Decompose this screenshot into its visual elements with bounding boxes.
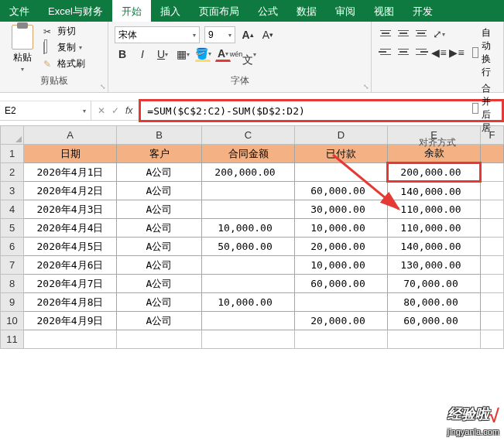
cell[interactable]: 60,000.00 xyxy=(295,275,388,293)
cell[interactable] xyxy=(481,219,504,238)
increase-indent-button[interactable]: ▶≡ xyxy=(449,45,465,60)
cut-button[interactable]: ✂ 剪切 xyxy=(43,25,85,38)
cell[interactable]: 50,000.00 xyxy=(202,238,295,256)
cell[interactable]: 30,000.00 xyxy=(295,200,388,219)
tab-excel-finance[interactable]: Excel与财务 xyxy=(39,0,112,22)
col-header-d[interactable]: D xyxy=(295,126,388,145)
decrease-indent-button[interactable]: ◀≡ xyxy=(431,45,447,60)
tab-review[interactable]: 审阅 xyxy=(326,0,365,22)
cell[interactable]: 2020年4月4日 xyxy=(24,219,117,238)
cell-e2-selected[interactable]: 200,000.00 xyxy=(388,163,481,182)
cell[interactable]: 140,000.00 xyxy=(388,182,481,200)
underline-button[interactable]: U▾ xyxy=(155,46,170,62)
cell[interactable]: A公司 xyxy=(117,256,202,275)
increase-font-button[interactable]: A▴ xyxy=(240,27,255,43)
copy-button[interactable]: 复制 ▾ xyxy=(43,41,85,54)
orientation-button[interactable]: ⤢▾ xyxy=(431,26,447,42)
font-color-button[interactable]: A▾ xyxy=(215,46,231,62)
cell[interactable] xyxy=(481,330,504,349)
cell[interactable] xyxy=(295,330,388,349)
merge-center-button[interactable]: 合并后居 xyxy=(472,80,497,136)
col-header-a[interactable]: A xyxy=(24,126,117,145)
cell[interactable]: 2020年4月5日 xyxy=(24,238,117,256)
border-button[interactable]: ▦▾ xyxy=(175,46,190,62)
cell[interactable]: 10,000.00 xyxy=(295,256,388,275)
row-header[interactable]: 4 xyxy=(1,200,24,219)
cell[interactable] xyxy=(481,256,504,275)
cell[interactable]: 80,000.00 xyxy=(388,293,481,312)
cell-header-date[interactable]: 日期 xyxy=(24,145,117,163)
fx-icon[interactable]: fx xyxy=(125,105,132,116)
cell[interactable] xyxy=(202,182,295,200)
cell[interactable]: 70,000.00 xyxy=(388,275,481,293)
cell[interactable]: A公司 xyxy=(117,200,202,219)
cell[interactable]: 110,000.00 xyxy=(388,200,481,219)
cell[interactable] xyxy=(117,330,202,349)
cell[interactable]: 140,000.00 xyxy=(388,238,481,256)
decrease-font-button[interactable]: A▾ xyxy=(260,27,276,43)
font-name-select[interactable]: 宋体▾ xyxy=(115,26,200,43)
align-left-button[interactable] xyxy=(378,45,393,59)
cell[interactable]: 110,000.00 xyxy=(388,219,481,238)
cell[interactable] xyxy=(295,293,388,312)
cell[interactable] xyxy=(202,200,295,219)
align-right-button[interactable] xyxy=(413,45,429,59)
row-header[interactable]: 5 xyxy=(1,219,24,238)
row-header[interactable]: 11 xyxy=(1,330,24,349)
cell[interactable]: 2020年4月9日 xyxy=(24,312,117,330)
tab-insert[interactable]: 插入 xyxy=(151,0,190,22)
tab-view[interactable]: 视图 xyxy=(365,0,403,22)
name-box[interactable]: E2▾ xyxy=(0,101,91,120)
cell[interactable]: 2020年4月3日 xyxy=(24,200,117,219)
cell[interactable]: 60,000.00 xyxy=(388,312,481,330)
dialog-launcher-icon[interactable]: ⤡ xyxy=(363,83,369,91)
row-header[interactable]: 8 xyxy=(1,275,24,293)
cell[interactable]: 20,000.00 xyxy=(295,238,388,256)
tab-formula[interactable]: 公式 xyxy=(249,0,287,22)
cell[interactable]: 20,000.00 xyxy=(295,312,388,330)
tab-data[interactable]: 数据 xyxy=(287,0,326,22)
wrap-text-button[interactable]: 自动换行 xyxy=(472,25,497,80)
cell[interactable] xyxy=(295,163,388,182)
cell[interactable] xyxy=(481,312,504,330)
cell[interactable]: A公司 xyxy=(117,312,202,330)
cell[interactable]: 2020年4月2日 xyxy=(24,182,117,200)
cell[interactable] xyxy=(481,163,504,182)
cell[interactable]: 200,000.00 xyxy=(202,163,295,182)
fill-color-button[interactable]: 🪣▾ xyxy=(195,46,211,62)
cell[interactable] xyxy=(24,330,117,349)
row-header[interactable]: 3 xyxy=(1,182,24,200)
tab-file[interactable]: 文件 xyxy=(0,0,39,22)
cell[interactable]: A公司 xyxy=(117,182,202,200)
cell[interactable]: A公司 xyxy=(117,293,202,312)
row-header[interactable]: 6 xyxy=(1,238,24,256)
font-size-select[interactable]: 9▾ xyxy=(204,26,235,43)
cell[interactable] xyxy=(481,238,504,256)
cell[interactable]: A公司 xyxy=(117,275,202,293)
row-header[interactable]: 7 xyxy=(1,256,24,275)
tab-home[interactable]: 开始 xyxy=(112,0,151,22)
cell[interactable] xyxy=(481,275,504,293)
cell[interactable]: A公司 xyxy=(117,163,202,182)
align-center-button[interactable] xyxy=(396,45,411,59)
cell[interactable]: A公司 xyxy=(117,219,202,238)
cell[interactable]: 130,000.00 xyxy=(388,256,481,275)
cell[interactable]: 2020年4月8日 xyxy=(24,293,117,312)
cell[interactable]: 2020年4月7日 xyxy=(24,275,117,293)
cell[interactable]: 2020年4月6日 xyxy=(24,256,117,275)
confirm-icon[interactable]: ✓ xyxy=(111,105,119,116)
select-all-button[interactable] xyxy=(1,126,24,145)
align-middle-button[interactable] xyxy=(396,26,411,40)
col-header-b[interactable]: B xyxy=(117,126,202,145)
cell[interactable] xyxy=(202,312,295,330)
cell[interactable]: 60,000.00 xyxy=(295,182,388,200)
cell-header-amount[interactable]: 合同金额 xyxy=(202,145,295,163)
align-bottom-button[interactable] xyxy=(413,26,429,40)
cell[interactable]: 2020年4月1日 xyxy=(24,163,117,182)
row-header[interactable]: 2 xyxy=(1,163,24,182)
col-header-c[interactable]: C xyxy=(202,126,295,145)
cell-header-paid[interactable]: 已付款 xyxy=(295,145,388,163)
cell[interactable] xyxy=(202,275,295,293)
bold-button[interactable]: B xyxy=(115,46,130,62)
cell[interactable]: 10,000.00 xyxy=(295,219,388,238)
